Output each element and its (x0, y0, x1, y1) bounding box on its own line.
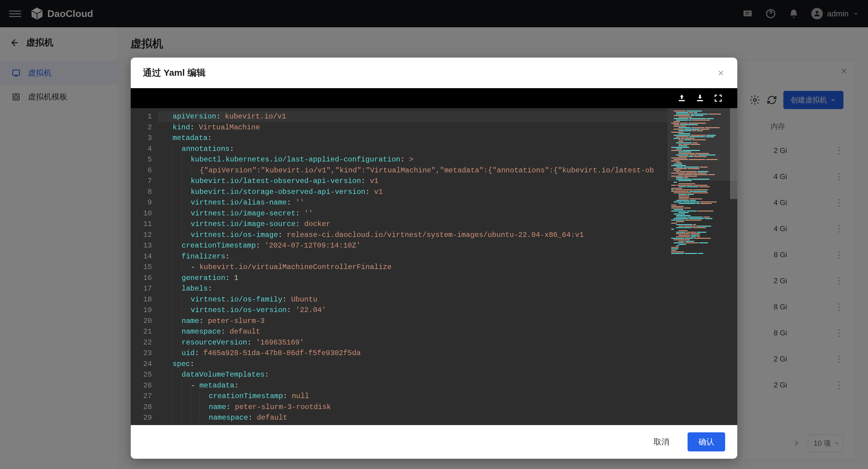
modal-title: 通过 Yaml 编辑 (143, 67, 206, 79)
modal-footer: 取消 确认 (131, 425, 737, 459)
editor-toolbar (131, 88, 737, 108)
scrollbar-thumb[interactable] (730, 108, 737, 199)
fullscreen-icon[interactable] (714, 94, 723, 103)
minimap-viewport[interactable] (668, 108, 737, 181)
download-icon[interactable] (695, 94, 705, 103)
modal-overlay: 通过 Yaml 编辑 12345678910111213141516171819… (0, 0, 868, 469)
editor-scrollbar[interactable] (730, 108, 737, 425)
yaml-edit-modal: 通过 Yaml 编辑 12345678910111213141516171819… (131, 58, 737, 459)
upload-icon[interactable] (677, 94, 686, 103)
close-icon[interactable] (717, 69, 725, 77)
cancel-button[interactable]: 取消 (643, 432, 680, 451)
code-content[interactable]: apiVersion: kubevirt.io/v1kind: VirtualM… (158, 108, 737, 425)
confirm-button[interactable]: 确认 (687, 432, 725, 451)
editor-body[interactable]: 1234567891011121314151617181920212223242… (131, 108, 737, 425)
modal-header: 通过 Yaml 编辑 (131, 58, 737, 88)
yaml-editor[interactable]: 1234567891011121314151617181920212223242… (131, 88, 737, 425)
minimap[interactable] (668, 108, 737, 425)
line-numbers: 1234567891011121314151617181920212223242… (131, 108, 158, 425)
